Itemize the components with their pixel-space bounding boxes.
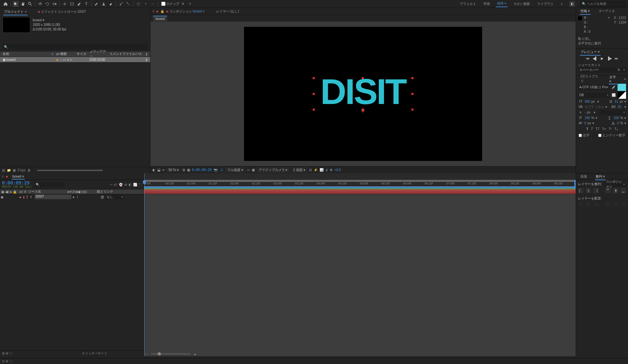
zoom-slider[interactable] [151,353,190,355]
align-to-dropdown[interactable]: コンポジション [604,182,626,187]
tab-character[interactable]: 文字 ≡ [607,74,621,84]
channel-icon[interactable]: ⬓ [157,168,160,172]
baseline[interactable]: 0 [584,121,586,126]
stroke-swatch[interactable] [618,92,626,99]
visibility-icon[interactable]: ◉ [0,195,4,199]
color-depth[interactable]: 8 bpc [18,168,26,172]
align-vcenter[interactable]: ╋ [613,188,619,193]
align-top[interactable]: ▔ [605,188,611,193]
mask-icon[interactable]: ∞ [162,168,165,172]
tl-opt4-icon[interactable]: ⬚ [139,183,142,186]
last-frame-icon[interactable]: ⏭ [614,57,619,60]
gear-icon[interactable]: ⚙ [330,168,333,172]
align-hcenter[interactable]: ┼ [585,188,591,193]
snap-checkbox[interactable]: スナップ [161,2,179,6]
font-dropdown[interactable]: A-OTF UD新ゴ Pro [578,85,610,90]
toggle-switches-icon[interactable]: ⊞ ⚙ ⬚ [2,352,12,355]
eraser-tool-icon[interactable] [108,1,114,7]
guide-icon[interactable]: ▦ [187,168,190,172]
next-frame-icon[interactable]: ▐▶ [607,57,612,60]
tab-cc-library[interactable]: CCライブラリ [578,73,603,84]
tag-icon[interactable]: 🏷 [56,52,60,56]
weight-dropdown[interactable]: DB [578,93,610,98]
tab-audio[interactable]: オーディオ [596,8,618,14]
zoom-in-icon[interactable]: ▲ [194,352,197,356]
stroke-style-dropdown[interactable] [599,110,626,115]
faux-bold[interactable]: T [586,127,588,131]
viewer-timecode[interactable]: 0:00:09:29 [192,168,212,172]
tab-project[interactable]: プロジェクト≡ [1,9,29,15]
fast-icon[interactable]: ⚡ [314,168,318,172]
tl-opt1-icon[interactable]: ⤳ [110,183,112,186]
flowchart-item-icon[interactable]: ⚷ [145,58,148,61]
orbit-tool-icon[interactable] [37,1,43,7]
flow-icon[interactable]: ⚷ [325,168,328,172]
stamp-tool-icon[interactable] [101,1,107,7]
comp-tab[interactable]: ■ コンポジション boxed ≡ [166,9,204,14]
tracking[interactable]: 15 [618,105,621,109]
close-tl-icon[interactable]: × [2,175,4,178]
shy-icon[interactable]: 👻 [119,183,123,186]
composition-thumbnail[interactable] [3,17,30,33]
anchor-tool-icon[interactable] [62,1,68,7]
help-search[interactable]: 🔍 ヘルプを検索 [580,1,626,7]
tab-align[interactable]: 整列 ≡ [593,173,608,180]
camera-dropdown[interactable]: アクティブカメラ ▾ [257,167,289,173]
project-search[interactable]: 🔍 [3,44,148,50]
shortcut-dropdown[interactable]: スペースバー↻ [578,67,626,73]
pixel-icon[interactable]: ⊡ [309,168,312,172]
exposure[interactable]: +0.0 [335,168,341,172]
workspace-default[interactable]: デフォルト [459,1,478,7]
rotate-tool-icon[interactable] [44,1,50,7]
alpha-icon[interactable]: ◐ [152,168,155,172]
current-time[interactable]: 0:00:09:29 [2,181,32,185]
no-fill-icon[interactable]: ⬜ [611,93,616,97]
project-item-row[interactable]: ▣ boxed ■ ...ション 0:00:10:00 ⚷ [0,57,150,62]
font-size[interactable]: 300 [584,99,590,104]
text-layer[interactable]: DISIT [320,70,406,112]
first-frame-icon[interactable]: ⏮ [585,57,590,60]
axis-icon[interactable]: ⤢ [150,1,156,7]
color-mgmt-icon[interactable]: 🌑 [219,168,223,172]
panel-more-icon[interactable]: » [624,77,626,81]
rect-tool-icon[interactable] [69,1,75,7]
snap-opt-icon[interactable]: ⚞ [180,1,186,7]
ligature-checkbox[interactable]: 合字 [579,133,589,138]
tsume[interactable]: 0 [617,121,619,126]
faux-italic[interactable]: T [591,127,593,131]
layer-name[interactable]: DISIT [35,195,71,199]
views-dropdown[interactable]: 1 画面 ▾ [291,167,307,173]
play-icon[interactable]: ▶ [600,57,604,60]
hand-tool-icon[interactable] [20,1,26,7]
snap-grid-icon[interactable]: ✧ [187,1,193,7]
new-comp-icon[interactable]: ▣ [13,168,16,172]
timeline-search[interactable]: 🔍 [35,182,64,187]
comp-subtab[interactable]: boxed [153,16,167,21]
puppet-tool-icon[interactable] [125,1,131,7]
composition-canvas[interactable]: DISIT ⊕ [244,27,482,161]
parent-dropdown[interactable]: なし [105,194,124,199]
camera-tool-icon[interactable] [52,1,58,7]
eyedropper-icon[interactable]: 💉 [611,85,616,90]
parent-pick-icon[interactable]: @ [101,195,104,199]
workspace-reset-icon[interactable]: ◧ [569,1,575,7]
prev-frame-icon[interactable]: ◀▌ [593,57,597,60]
smallcaps[interactable]: Tᴛ [602,127,606,131]
layer-tab[interactable]: レイヤー (なし) [216,9,239,14]
close-tab-icon[interactable]: × [152,9,154,13]
selection-tool-icon[interactable] [13,1,19,7]
tab-info[interactable]: 情報 ≡ [578,8,593,14]
trash-icon[interactable]: 🗑 [27,168,31,172]
roi-icon[interactable]: ▭ [247,168,250,172]
tab-effect-controls[interactable]: ■ エフェクトコントロール DISIT [35,9,89,15]
zoom-out-icon[interactable]: – [146,352,148,356]
allcaps[interactable]: TT [596,127,600,131]
hindi-checkbox[interactable]: ヒンディー数字 [598,133,625,138]
graph-ed-icon[interactable]: 📈 [133,183,137,186]
brush-tool-icon[interactable] [94,1,99,7]
lock-icon[interactable]: 🔒 [160,9,164,13]
graph-icon[interactable]: 📊 [320,168,323,172]
layer-track[interactable] [144,189,576,194]
align-bottom[interactable]: ▁ [620,188,626,193]
vscale[interactable]: 100 [584,116,590,120]
